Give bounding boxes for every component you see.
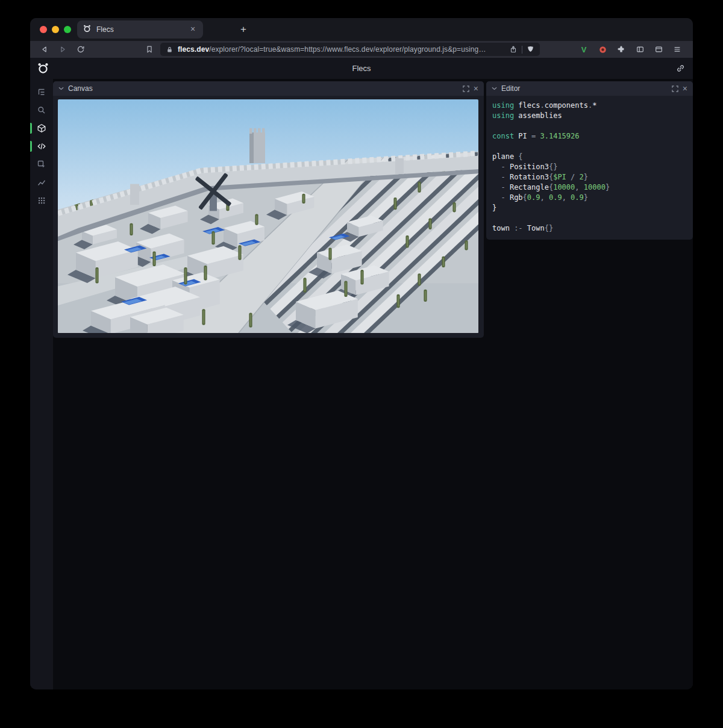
canvas-close-icon[interactable]: ×: [474, 84, 478, 93]
code-line: [492, 121, 687, 131]
rail-item-code[interactable]: [30, 137, 53, 155]
canvas-expand-icon[interactable]: [463, 86, 469, 92]
browser-tabbar: Flecs × +: [30, 18, 693, 41]
tab-title: Flecs: [96, 25, 183, 34]
url-text: flecs.dev/explorer/?local=true&wasm=http…: [178, 45, 505, 54]
traffic-lights: [40, 26, 71, 33]
new-tab-button[interactable]: +: [236, 22, 251, 37]
canvas-panel-header: Canvas ×: [53, 81, 484, 96]
code-editor[interactable]: using flecs.components.*using assemblies…: [486, 96, 693, 240]
code-line: - Rectangle{10000, 10000}: [492, 182, 687, 193]
flecs-favicon-icon: [83, 24, 92, 35]
bookmark-button[interactable]: [142, 43, 157, 56]
code-line: - Rgb{0.9, 0.9, 0.9}: [492, 193, 687, 203]
app-header: Flecs: [30, 58, 693, 79]
url-bar[interactable]: flecs.dev/explorer/?local=true&wasm=http…: [160, 43, 540, 56]
search-icon: [37, 105, 46, 115]
code-line: using flecs.components.*: [492, 101, 687, 111]
code-line: }: [492, 203, 687, 213]
left-icon-rail: [30, 79, 53, 689]
code-line: [492, 142, 687, 152]
urlbar-divider: [522, 46, 522, 54]
close-window-button[interactable]: [40, 26, 47, 33]
share-link-icon[interactable]: [676, 64, 685, 73]
editor-collapse-chevron-icon[interactable]: [492, 87, 497, 90]
canvas-panel-title: Canvas: [68, 84, 93, 93]
canvas-viewport[interactable]: [58, 99, 478, 333]
rail-item-canvas[interactable]: [30, 119, 53, 137]
browser-toolbar: flecs.dev/explorer/?local=true&wasm=http…: [30, 41, 693, 58]
canvas-collapse-chevron-icon[interactable]: [58, 87, 64, 90]
code-line: plane {: [492, 152, 687, 162]
reload-button[interactable]: [74, 43, 88, 56]
lock-icon: [166, 46, 174, 54]
sidebar-toggle-icon[interactable]: [634, 43, 646, 55]
browser-window: Flecs × + flecs.dev/explore: [30, 18, 693, 689]
code-line: - Position3{}: [492, 162, 687, 172]
rail-item-inspect[interactable]: [30, 155, 53, 173]
app-body: Canvas ×: [30, 79, 693, 689]
screen-background: Flecs × + flecs.dev/explore: [0, 0, 723, 728]
cube-icon: [37, 123, 46, 133]
editor-panel: Editor × using flecs.components.*using a…: [486, 81, 693, 240]
extension-recorder-icon[interactable]: [596, 43, 609, 55]
flecs-logo-icon: [37, 62, 49, 75]
tab-close-icon[interactable]: ×: [188, 25, 198, 34]
flecs-explorer-app: Flecs: [30, 58, 693, 689]
share-icon[interactable]: [509, 45, 518, 54]
canvas-3d-scene[interactable]: [58, 99, 478, 333]
card-panel-icon[interactable]: [653, 43, 665, 55]
editor-expand-icon[interactable]: [672, 86, 678, 92]
tree-icon: [37, 87, 46, 97]
extensions-puzzle-icon[interactable]: [615, 43, 627, 55]
menu-icon[interactable]: [671, 43, 683, 55]
extension-v-icon[interactable]: V: [578, 43, 590, 55]
code-line: [492, 213, 687, 223]
main-area: Canvas ×: [53, 79, 693, 689]
extensions-cluster: V: [578, 43, 686, 55]
brave-shield-icon[interactable]: [527, 45, 534, 54]
url-domain: flecs.dev: [178, 45, 209, 54]
code-line: town :- Town{}: [492, 223, 687, 234]
rail-item-entities-tree[interactable]: [30, 83, 53, 101]
minimize-window-button[interactable]: [52, 26, 59, 33]
code-line: using assemblies: [492, 111, 687, 121]
zoom-window-button[interactable]: [64, 26, 71, 33]
editor-panel-header: Editor ×: [486, 81, 693, 96]
table-icon: [37, 196, 46, 205]
back-button[interactable]: [37, 43, 52, 56]
app-title: Flecs: [30, 64, 693, 73]
editor-panel-title: Editor: [501, 84, 520, 93]
url-path: /explorer/?local=true&wasm=https://www.f…: [209, 45, 486, 54]
stats-icon: [37, 178, 46, 187]
tab-flecs[interactable]: Flecs ×: [77, 20, 203, 39]
inspect-icon: [37, 160, 46, 169]
code-line: - Rotation3{$PI / 2}: [492, 172, 687, 182]
rail-item-table[interactable]: [30, 191, 53, 210]
rail-item-stats[interactable]: [30, 173, 53, 191]
code-icon: [37, 142, 46, 151]
editor-close-icon[interactable]: ×: [683, 84, 687, 93]
rail-item-search[interactable]: [30, 101, 53, 119]
forward-button[interactable]: [55, 43, 70, 56]
canvas-panel: Canvas ×: [53, 81, 484, 338]
code-line: const PI = 3.1415926: [492, 131, 687, 142]
